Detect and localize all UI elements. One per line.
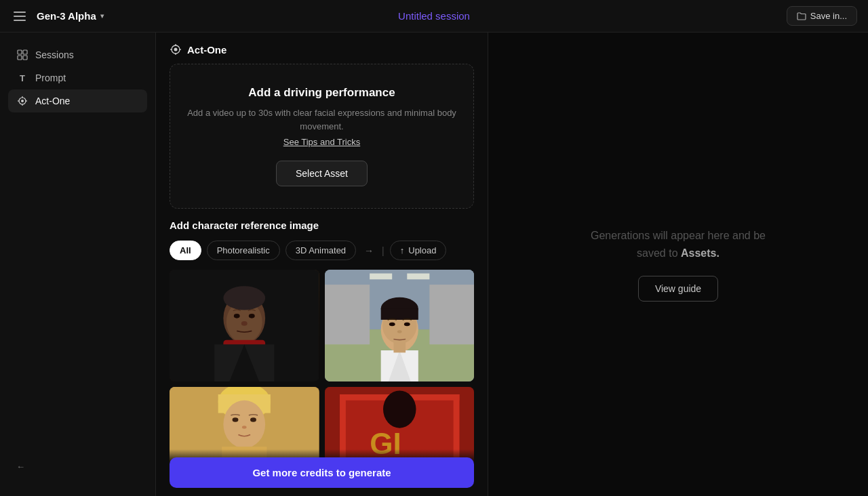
filter-arrow-icon[interactable]: → xyxy=(361,243,376,259)
session-title[interactable]: Untitled session xyxy=(398,10,470,22)
sidebar: Sessions T Prompt xyxy=(0,33,156,496)
svg-rect-32 xyxy=(429,285,474,344)
upload-zone: Add a driving performance Add a video up… xyxy=(170,64,474,209)
sidebar-bottom: ← xyxy=(0,448,155,485)
assets-link[interactable]: Assets. xyxy=(681,247,719,259)
generate-button[interactable]: Get more credits to generate xyxy=(170,457,474,488)
topbar-right: Save in... xyxy=(708,6,857,26)
svg-point-37 xyxy=(389,323,395,327)
svg-rect-31 xyxy=(325,285,370,344)
sidebar-item-act-one[interactable]: Act-One xyxy=(8,89,147,112)
right-panel: Generations will appear here and be save… xyxy=(488,33,868,496)
character-card-1[interactable] xyxy=(170,270,319,381)
svg-point-6 xyxy=(21,100,24,102)
svg-text:T: T xyxy=(20,73,25,83)
empty-state-text: Generations will appear here and be save… xyxy=(591,227,766,262)
svg-point-23 xyxy=(241,321,248,326)
svg-point-39 xyxy=(397,330,401,333)
sidebar-item-sessions[interactable]: Sessions xyxy=(8,43,147,66)
select-asset-button[interactable]: Select Asset xyxy=(276,161,368,186)
main-panel: Act-One Add a driving performance Add a … xyxy=(156,33,488,496)
svg-rect-36 xyxy=(380,308,418,320)
svg-point-47 xyxy=(250,418,256,423)
menu-button[interactable] xyxy=(11,9,28,24)
svg-rect-1 xyxy=(23,50,27,54)
prompt-icon: T xyxy=(16,72,28,84)
view-guide-button[interactable]: View guide xyxy=(638,276,718,302)
topbar: Gen-3 Alpha ▾ Untitled session Save in..… xyxy=(0,0,868,33)
svg-point-22 xyxy=(249,314,255,318)
save-label: Save in... xyxy=(810,11,847,21)
upload-label: Upload xyxy=(408,245,436,255)
character-image-2 xyxy=(325,270,475,381)
upload-filter-button[interactable]: ↑ Upload xyxy=(390,241,447,260)
svg-point-45 xyxy=(223,400,265,449)
collapse-icon: ← xyxy=(16,461,25,472)
app-name-button[interactable]: Gen-3 Alpha ▾ xyxy=(37,10,104,22)
svg-rect-0 xyxy=(18,50,22,54)
collapse-sidebar-button[interactable]: ← xyxy=(8,456,147,477)
topbar-center: Untitled session xyxy=(160,10,708,22)
svg-rect-2 xyxy=(18,56,22,60)
char-ref-title: Add character reference image xyxy=(170,220,474,231)
character-card-2[interactable] xyxy=(325,270,475,381)
empty-text-line2: saved to xyxy=(637,247,677,259)
save-button[interactable]: Save in... xyxy=(787,6,857,26)
svg-rect-30 xyxy=(407,274,429,280)
filter-tabs: All Photorealistic 3D Animated → | ↑ Upl… xyxy=(170,241,474,260)
filter-photorealistic-tab[interactable]: Photorealistic xyxy=(207,241,280,260)
upload-description: Add a video up to 30s with clear facial … xyxy=(186,106,457,133)
svg-point-57 xyxy=(382,391,416,428)
chevron-down-icon: ▾ xyxy=(100,12,104,20)
filter-all-tab[interactable]: All xyxy=(170,241,201,260)
svg-point-12 xyxy=(174,48,178,51)
act-one-icon xyxy=(16,95,28,107)
main-layout: Sessions T Prompt xyxy=(0,33,868,496)
act-one-section-icon xyxy=(170,43,182,56)
filter-3d-tab[interactable]: 3D Animated xyxy=(285,241,356,260)
filter-divider: | xyxy=(382,245,384,256)
folder-icon xyxy=(797,12,806,21)
sessions-icon xyxy=(16,49,28,61)
svg-point-48 xyxy=(242,426,247,429)
sessions-label: Sessions xyxy=(35,49,74,60)
act-one-label: Act-One xyxy=(35,96,70,106)
generate-bar: Get more credits to generate xyxy=(156,449,488,496)
empty-text-line1: Generations will appear here and be xyxy=(591,230,766,241)
sidebar-section: Sessions T Prompt xyxy=(0,43,155,112)
panel-title: Act-One xyxy=(187,44,226,56)
content-area: Act-One Add a driving performance Add a … xyxy=(156,33,868,496)
topbar-left: Gen-3 Alpha ▾ xyxy=(11,9,160,24)
tips-link[interactable]: See Tips and Tricks xyxy=(186,137,457,147)
svg-rect-41 xyxy=(393,342,406,352)
svg-point-38 xyxy=(403,323,410,327)
upload-title: Add a driving performance xyxy=(186,86,457,100)
sidebar-item-prompt[interactable]: T Prompt xyxy=(8,66,147,89)
svg-rect-29 xyxy=(370,274,392,280)
upload-arrow-icon: ↑ xyxy=(400,245,405,255)
svg-point-20 xyxy=(223,286,265,310)
app-name-label: Gen-3 Alpha xyxy=(37,10,96,22)
svg-point-46 xyxy=(233,418,239,423)
character-image-1 xyxy=(170,270,319,381)
prompt-label: Prompt xyxy=(35,73,66,83)
svg-point-21 xyxy=(234,314,240,318)
panel-header: Act-One xyxy=(156,33,488,64)
svg-rect-3 xyxy=(23,56,27,60)
